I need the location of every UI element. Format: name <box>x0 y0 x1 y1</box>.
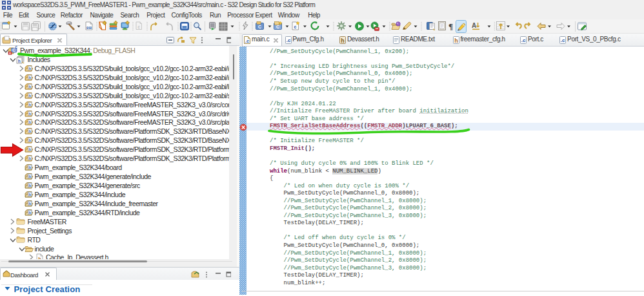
svg-text:.c: .c <box>245 38 248 44</box>
svg-text:¶: ¶ <box>448 21 453 31</box>
svg-text:.c: .c <box>561 37 565 43</box>
svg-text:.c: .c <box>286 37 290 43</box>
svg-text:A: A <box>472 22 476 29</box>
svg-text:h: h <box>341 37 345 44</box>
svg-text:c: c <box>294 25 297 29</box>
svg-text:h: h <box>455 37 459 44</box>
svg-text:010: 010 <box>86 26 92 30</box>
svg-text:.c: .c <box>521 37 526 43</box>
svg-text:C: C <box>276 25 279 29</box>
svg-text:C: C <box>258 25 261 29</box>
